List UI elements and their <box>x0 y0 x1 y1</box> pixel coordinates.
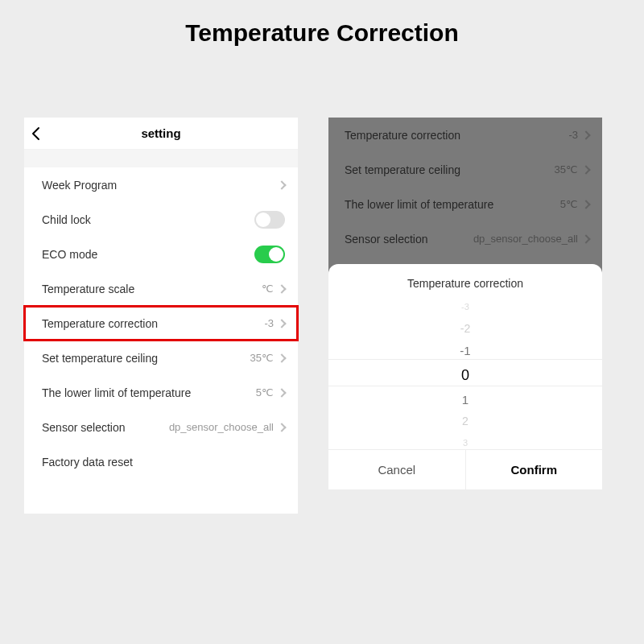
chevron-right-icon <box>581 165 590 174</box>
picker-item-selected[interactable]: 0 <box>461 361 469 389</box>
row-temperature-ceiling[interactable]: Set temperature ceiling 35℃ <box>24 341 298 375</box>
page-title: Temperature Correction <box>0 0 644 47</box>
row-value: -3 <box>568 129 578 141</box>
row-label: The lower limit of temperature <box>345 198 493 211</box>
row-value: dp_sensor_choose_all <box>169 421 274 433</box>
row-label: Temperature correction <box>42 317 158 330</box>
row-label: Temperature scale <box>42 283 134 295</box>
row-temperature-lower-limit[interactable]: The lower limit of temperature 5℃ <box>24 375 298 410</box>
bg-row-temperature-ceiling: Set temperature ceiling 35℃ <box>328 152 602 187</box>
bg-row-temperature-lower-limit: The lower limit of temperature 5℃ <box>328 187 602 221</box>
picker-screen: Temperature correction -3 Set temperatur… <box>328 118 602 489</box>
row-value: 5℃ <box>560 198 578 210</box>
row-label: Factory data reset <box>42 456 133 469</box>
chevron-right-icon <box>581 130 590 139</box>
row-label: ECO mode <box>42 248 97 261</box>
sheet-title: Temperature correction <box>328 277 602 290</box>
picker-item[interactable]: 3 <box>463 432 468 449</box>
settings-screen: setting Week Program Child lock ECO mode… <box>24 118 298 514</box>
row-value: 5℃ <box>256 386 274 398</box>
bg-row-sensor-selection: Sensor selection dp_sensor_choose_all <box>328 221 602 256</box>
cancel-button[interactable]: Cancel <box>328 450 466 489</box>
eco-mode-toggle[interactable] <box>254 246 285 263</box>
picker-item[interactable]: 2 <box>462 411 469 432</box>
top-bar: setting <box>24 118 298 150</box>
row-value: 35℃ <box>555 163 578 175</box>
chevron-right-icon <box>277 388 286 397</box>
picker-item[interactable]: 1 <box>462 389 469 411</box>
row-value: -3 <box>264 317 274 329</box>
row-child-lock[interactable]: Child lock <box>24 202 298 237</box>
picker-item[interactable]: -3 <box>461 296 469 318</box>
top-bar-title: setting <box>141 126 180 140</box>
row-value: 35℃ <box>250 352 274 364</box>
child-lock-toggle[interactable] <box>254 211 285 229</box>
row-value: ℃ <box>262 283 274 295</box>
back-button[interactable] <box>29 118 43 150</box>
row-sensor-selection[interactable]: Sensor selection dp_sensor_choose_all <box>24 410 298 444</box>
value-picker[interactable]: -3 -2 -1 0 1 2 3 <box>328 296 602 449</box>
confirm-button[interactable]: Confirm <box>466 450 603 489</box>
row-label: The lower limit of temperature <box>42 386 191 399</box>
picker-sheet: Temperature correction -3 -2 -1 0 1 2 3 … <box>328 264 602 489</box>
row-label: Sensor selection <box>42 421 126 434</box>
chevron-right-icon <box>277 180 286 189</box>
chevron-right-icon <box>581 234 590 243</box>
row-temperature-correction[interactable]: Temperature correction -3 <box>24 306 298 341</box>
chevron-right-icon <box>277 423 286 431</box>
row-label: Set temperature ceiling <box>42 352 158 365</box>
row-week-program[interactable]: Week Program <box>24 167 298 202</box>
chevron-right-icon <box>277 319 286 328</box>
row-value: dp_sensor_choose_all <box>473 233 578 245</box>
row-label: Set temperature ceiling <box>345 163 460 176</box>
picker-item[interactable]: -2 <box>460 318 470 340</box>
row-eco-mode[interactable]: ECO mode <box>24 237 298 271</box>
row-temperature-scale[interactable]: Temperature scale ℃ <box>24 271 298 306</box>
chevron-right-icon <box>277 353 286 362</box>
row-label: Week Program <box>42 179 117 192</box>
section-gap <box>24 150 298 167</box>
row-label: Sensor selection <box>345 233 428 246</box>
chevron-right-icon <box>277 284 286 293</box>
row-label: Temperature correction <box>345 129 460 142</box>
row-factory-reset[interactable]: Factory data reset <box>24 444 298 479</box>
chevron-right-icon <box>581 200 590 208</box>
picker-item[interactable]: -1 <box>460 340 470 361</box>
bg-row-temperature-correction: Temperature correction -3 <box>328 118 602 152</box>
row-label: Child lock <box>42 213 91 226</box>
